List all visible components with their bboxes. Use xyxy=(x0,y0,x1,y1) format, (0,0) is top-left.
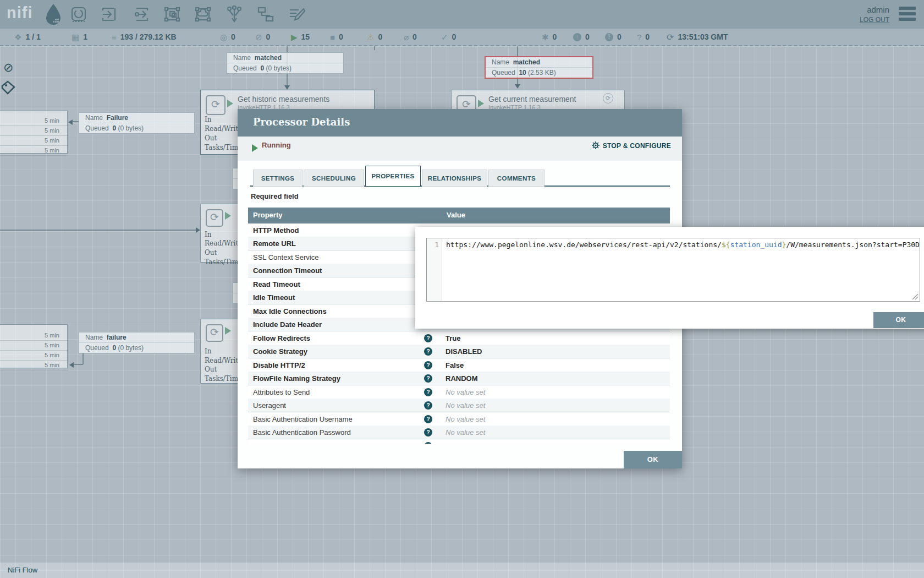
processor-type-icon: ⟳ xyxy=(206,209,223,227)
nifi-logo: nifi xyxy=(7,4,33,22)
funnel-icon[interactable] xyxy=(226,6,243,23)
connection-arrow-icon xyxy=(69,362,74,368)
help-icon[interactable]: ? xyxy=(424,347,432,356)
help-icon: ? xyxy=(424,442,432,444)
remote-process-group-icon[interactable] xyxy=(194,6,212,23)
logout-link[interactable]: LOG OUT xyxy=(814,16,889,24)
connection-label-failure-upper: Name Failure Queued 0 (0 bytes) xyxy=(79,112,195,134)
label-icon[interactable] xyxy=(288,6,306,23)
remote-url-value: https://www.pegelonline.wsv.de/webservic… xyxy=(446,241,920,249)
dialog-ok-button[interactable]: OK xyxy=(624,451,682,468)
line-number: 1 xyxy=(427,241,439,249)
help-icon[interactable]: ? xyxy=(424,401,432,410)
status-transmitting: ◎0 xyxy=(220,29,235,45)
status-disabled: ⌀0 xyxy=(404,29,417,45)
property-row[interactable]: Disable HTTP/2?False xyxy=(248,358,670,372)
cubes-icon: ❖ xyxy=(14,33,21,41)
value-editor-textarea[interactable]: 1 https://www.pegelonline.wsv.de/webserv… xyxy=(426,238,920,302)
value-editor-popup: 1 https://www.pegelonline.wsv.de/webserv… xyxy=(415,227,924,329)
breadcrumb[interactable]: NiFi Flow xyxy=(8,566,37,574)
tab-settings[interactable]: SETTINGS xyxy=(253,170,302,187)
tab-scheduling[interactable]: SCHEDULING xyxy=(304,170,364,187)
running-indicator-icon xyxy=(225,212,231,220)
process-group-icon[interactable] xyxy=(163,6,181,23)
check-icon: ✓ xyxy=(441,33,448,41)
running-indicator-icon xyxy=(225,327,231,335)
processor-icon[interactable] xyxy=(70,6,87,23)
help-icon[interactable]: ? xyxy=(424,334,432,342)
play-icon: ▶ xyxy=(291,33,298,41)
last-refresh-time: 13:51:03 GMT xyxy=(678,32,728,41)
property-row[interactable]: Useragent?No value set xyxy=(248,399,670,412)
nifi-app: nifi admin LOG OUT xyxy=(0,0,924,578)
list-icon: ≡ xyxy=(112,33,117,41)
status-invalid: ⚠0 xyxy=(367,29,382,45)
column-property: Property xyxy=(253,211,282,219)
property-row[interactable]: FlowFile Naming Strategy?RANDOM xyxy=(248,372,670,385)
help-icon[interactable]: ? xyxy=(424,388,432,396)
connection-line-stub xyxy=(374,46,375,50)
question-icon: ? xyxy=(637,33,641,41)
connection-label-matched-top: Name matched Queued 0 (0 bytes) xyxy=(227,52,344,74)
processor-name: Get current measurement xyxy=(488,95,576,103)
processor-type-icon: ⟳ xyxy=(206,95,226,115)
connection-arrow-icon xyxy=(196,227,200,233)
connection-line xyxy=(0,230,197,231)
run-status-label: Running xyxy=(262,141,291,149)
help-icon[interactable]: ? xyxy=(424,428,432,437)
output-port-icon[interactable] xyxy=(132,6,150,23)
disabled-icon: ⌀ xyxy=(404,33,409,41)
current-user: admin xyxy=(814,5,889,14)
template-icon[interactable] xyxy=(257,6,274,23)
stop-and-configure-button[interactable]: STOP & CONFIGURE xyxy=(568,141,671,150)
property-row[interactable]: Follow Redirects?True xyxy=(248,331,670,345)
global-menu-icon[interactable] xyxy=(899,7,916,22)
editor-ok-button[interactable]: OK xyxy=(873,312,924,328)
no-entry-icon: ⊘ xyxy=(3,61,13,75)
help-icon[interactable]: ? xyxy=(424,374,432,383)
tag-icon xyxy=(1,80,15,95)
stop-square-icon: ■ xyxy=(330,33,335,41)
status-locally-modified: ✱0 xyxy=(542,29,557,45)
connection-label-matched-right: Name matched Queued 10 (2.53 KB) xyxy=(485,56,593,79)
dialog-header: Processor Details xyxy=(238,109,682,137)
property-row[interactable]: Basic Authentication Username?No value s… xyxy=(248,412,670,426)
refresh-icon[interactable]: ⟳ xyxy=(667,32,674,42)
property-row[interactable]: Attributes to Send?No value set xyxy=(248,385,670,399)
resize-handle-icon[interactable] xyxy=(912,294,919,300)
properties-table-header: Property Value xyxy=(248,208,670,223)
connection-line xyxy=(73,364,83,365)
dialog-title: Processor Details xyxy=(253,116,350,128)
exclamation-icon: ! xyxy=(605,33,613,41)
status-modified-stale: !0 xyxy=(605,29,622,45)
status-cluster: ▦1 xyxy=(72,29,87,45)
tab-comments[interactable]: COMMENTS xyxy=(488,170,544,187)
warning-icon: ⚠ xyxy=(367,33,374,41)
thread-badge-icon: ⟳ xyxy=(603,93,613,103)
status-stopped: ■0 xyxy=(330,29,343,45)
processor-type-icon: ⟳ xyxy=(206,324,223,342)
status-bar: ❖1 / 1 ▦1 ≡193 / 279.12 KB ◎0 ⊘0 ▶15 ■0 … xyxy=(0,29,924,46)
help-icon[interactable]: ? xyxy=(424,415,432,423)
tab-relationships[interactable]: RELATIONSHIPS xyxy=(422,170,487,187)
transmit-icon: ◎ xyxy=(220,33,227,41)
connection-line xyxy=(72,121,79,122)
no-transmit-icon: ⊘ xyxy=(255,33,262,41)
gear-icon xyxy=(591,141,600,150)
connection-label-failure-lower: Name failure Queued 0 (0 bytes) xyxy=(79,332,195,353)
help-icon[interactable]: ? xyxy=(424,361,432,369)
property-row[interactable]: Cookie Strategy?DISABLED xyxy=(248,345,670,358)
status-stale: ↑0 xyxy=(573,29,590,45)
clipped-processor-left-lower: 5 min5 min 5 min5 min xyxy=(0,324,68,368)
grid-icon: ▦ xyxy=(72,33,79,41)
status-not-transmitting: ⊘0 xyxy=(255,29,270,45)
property-row[interactable]: Basic Authentication Password?No value s… xyxy=(248,426,670,439)
connection-line xyxy=(82,353,84,364)
status-queued: ≡193 / 279.12 KB xyxy=(112,29,177,45)
nifi-logo-droplet-icon xyxy=(44,3,63,25)
input-port-icon[interactable] xyxy=(101,6,118,23)
status-up-to-date: ✓0 xyxy=(441,29,456,45)
tab-properties[interactable]: PROPERTIES xyxy=(365,166,421,187)
status-refresh: ⟳13:51:03 GMT xyxy=(667,29,728,45)
editor-gutter: 1 xyxy=(427,238,442,301)
